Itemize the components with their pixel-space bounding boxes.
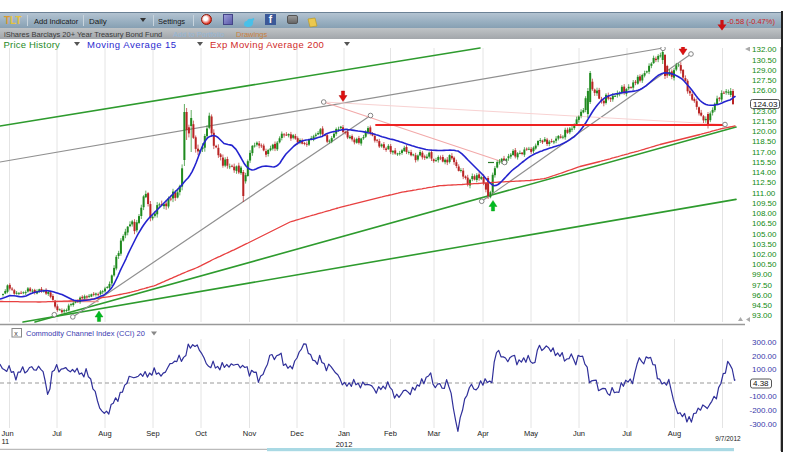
svg-text:Nov: Nov <box>243 429 257 438</box>
svg-text:114.00: 114.00 <box>752 168 776 177</box>
svg-text:Commodity Channel Index (CCI): Commodity Channel Index (CCI) 20 <box>26 329 145 338</box>
svg-text:Jan: Jan <box>338 429 350 438</box>
svg-text:112.50: 112.50 <box>752 178 776 187</box>
svg-text:-300.00: -300.00 <box>750 420 778 429</box>
svg-text:108.00: 108.00 <box>752 209 777 218</box>
svg-text:120.00: 120.00 <box>752 127 777 136</box>
svg-text:Oct: Oct <box>195 429 208 438</box>
svg-text:Jul: Jul <box>622 429 632 438</box>
svg-text:May: May <box>524 429 538 438</box>
svg-text:Mar: Mar <box>428 429 441 438</box>
svg-text:Sep: Sep <box>146 429 159 438</box>
svg-text:9/7/2012: 9/7/2012 <box>715 435 741 442</box>
svg-text:Aug: Aug <box>98 429 111 438</box>
svg-text:103.50: 103.50 <box>752 240 777 249</box>
svg-text:106.50: 106.50 <box>752 219 777 228</box>
svg-text:105.00: 105.00 <box>752 230 777 239</box>
svg-text:129.00: 129.00 <box>752 66 777 75</box>
svg-text:99.00: 99.00 <box>752 270 773 279</box>
svg-text:Aug: Aug <box>668 429 681 438</box>
svg-text:Dec: Dec <box>290 429 304 438</box>
svg-text:102.00: 102.00 <box>752 250 777 259</box>
svg-text:115.50: 115.50 <box>752 158 776 167</box>
svg-text:96.00: 96.00 <box>752 291 773 300</box>
svg-text:97.50: 97.50 <box>752 281 773 290</box>
svg-text:-100.00: -100.00 <box>750 392 778 401</box>
svg-text:124.03: 124.03 <box>753 100 778 109</box>
svg-text:117.00: 117.00 <box>752 148 776 157</box>
svg-text:300.00: 300.00 <box>752 338 777 347</box>
svg-text:132.00: 132.00 <box>752 47 777 54</box>
svg-text:93.00: 93.00 <box>752 311 773 320</box>
svg-text:Jul: Jul <box>52 429 62 438</box>
svg-text:121.50: 121.50 <box>752 117 777 126</box>
svg-text:100.50: 100.50 <box>752 260 777 269</box>
svg-text:11: 11 <box>2 437 10 446</box>
svg-text:2012: 2012 <box>336 440 353 449</box>
svg-text:118.50: 118.50 <box>752 137 776 146</box>
svg-text:111.00: 111.00 <box>752 189 776 198</box>
svg-text:Jun: Jun <box>573 429 585 438</box>
svg-text:Feb: Feb <box>384 429 397 438</box>
svg-text:-200.00: -200.00 <box>750 406 778 415</box>
svg-text:200.00: 200.00 <box>752 352 777 361</box>
svg-text:Apr: Apr <box>477 429 489 438</box>
svg-text:4.38: 4.38 <box>753 379 769 388</box>
svg-text:126.00: 126.00 <box>752 86 777 95</box>
svg-text:127.50: 127.50 <box>752 76 777 85</box>
svg-text:130.50: 130.50 <box>752 56 777 65</box>
svg-text:94.50: 94.50 <box>752 301 773 310</box>
svg-text:109.50: 109.50 <box>752 199 777 208</box>
svg-text:x: x <box>14 330 18 337</box>
svg-text:100.00: 100.00 <box>752 365 777 374</box>
